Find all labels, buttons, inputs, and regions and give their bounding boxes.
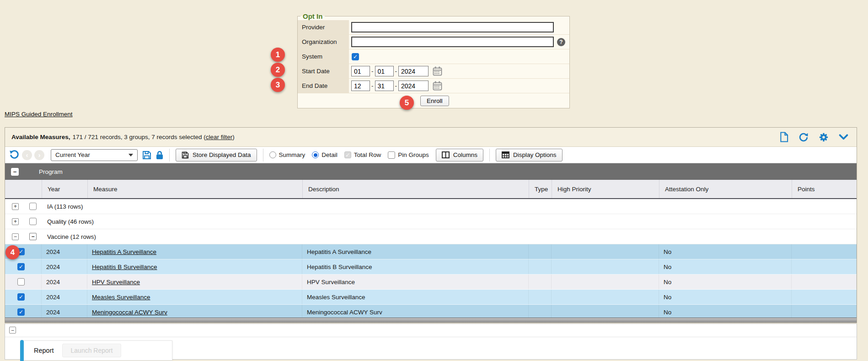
measure-link[interactable]: Hepatitis A Surveillance bbox=[92, 248, 156, 255]
gear-icon[interactable] bbox=[819, 132, 829, 142]
row-checkbox[interactable]: ✓ bbox=[17, 308, 25, 316]
column-header-high-priority[interactable]: High Priority bbox=[552, 180, 659, 198]
column-header-measure[interactable]: Measure bbox=[87, 180, 302, 198]
column-header-controls bbox=[5, 180, 42, 198]
provider-row: Provider bbox=[298, 20, 569, 35]
expand-icon[interactable]: + bbox=[12, 218, 19, 225]
column-header-year[interactable]: Year bbox=[42, 180, 87, 198]
measure-link[interactable]: Measles Surveillance bbox=[92, 294, 150, 301]
table-row[interactable]: ✓ 2024 Meningococcal ACWY Surv Meningoco… bbox=[5, 305, 857, 318]
mips-guided-enrollment-link[interactable]: MIPS Guided Enrollment bbox=[5, 111, 73, 118]
points-cell bbox=[792, 244, 857, 259]
start-day-input[interactable] bbox=[375, 66, 394, 76]
description-cell: Measles Surveillance bbox=[302, 290, 529, 304]
next-page-icon[interactable]: › bbox=[34, 150, 44, 160]
detail-radio[interactable] bbox=[312, 151, 319, 158]
collapse-icon[interactable]: − bbox=[9, 327, 16, 334]
type-cell bbox=[529, 259, 552, 274]
row-checkbox[interactable]: ✓ bbox=[17, 263, 25, 270]
group-checkbox[interactable] bbox=[29, 218, 37, 225]
organization-label: Organization bbox=[298, 35, 349, 49]
chevron-down-icon[interactable] bbox=[839, 134, 848, 140]
column-header-points[interactable]: Points bbox=[792, 180, 857, 198]
provider-input[interactable] bbox=[351, 22, 554, 32]
table-row[interactable]: ✓ 2024 Hepatitis B Surveillance Hepatiti… bbox=[5, 259, 857, 275]
collapse-icon[interactable]: − bbox=[12, 233, 19, 240]
start-year-input[interactable] bbox=[398, 66, 429, 76]
column-header-type[interactable]: Type bbox=[529, 180, 552, 198]
expand-icon[interactable]: + bbox=[12, 203, 19, 210]
display-options-button[interactable]: Display Options bbox=[496, 149, 563, 162]
year-cell: 2024 bbox=[42, 244, 87, 259]
table-row[interactable]: ✓ 2024 Measles Surveillance Measles Surv… bbox=[5, 290, 857, 305]
row-checkbox[interactable] bbox=[17, 278, 25, 286]
end-day-input[interactable] bbox=[375, 81, 394, 91]
start-date-row: Start Date - - bbox=[298, 64, 569, 79]
page: Opt In Provider Organization ? System ✓ … bbox=[0, 0, 868, 361]
measure-link[interactable]: Meningococcal ACWY Surv bbox=[92, 309, 167, 316]
step-badge-4: 4 bbox=[5, 245, 20, 259]
summary-radio[interactable] bbox=[269, 151, 276, 158]
description-cell: HPV Surveillance bbox=[302, 275, 529, 289]
group-row-quality[interactable]: + Quality (46 rows) bbox=[5, 214, 857, 229]
year-cell: 2024 bbox=[42, 275, 87, 289]
end-date-row: End Date - - bbox=[298, 79, 569, 93]
measure-link[interactable]: Hepatitis B Surveillance bbox=[92, 264, 157, 270]
group-row-vaccine[interactable]: − − Vaccine (12 rows) bbox=[5, 229, 857, 244]
reset-undo-icon[interactable] bbox=[9, 150, 20, 160]
system-checkbox[interactable]: ✓ bbox=[352, 53, 359, 60]
calendar-icon[interactable] bbox=[433, 81, 442, 91]
type-cell bbox=[529, 290, 552, 304]
start-date-label: Start Date bbox=[298, 64, 349, 78]
step-badge-5: 5 bbox=[400, 96, 414, 110]
toolbar-separator bbox=[489, 149, 490, 162]
columns-button[interactable]: Columns bbox=[436, 149, 483, 162]
column-header-attestation-only[interactable]: Attestation Only bbox=[659, 180, 792, 198]
report-tab-label[interactable]: Report bbox=[34, 347, 54, 354]
column-header-row: Year Measure Description Type High Prior… bbox=[5, 180, 857, 199]
enroll-button[interactable]: Enroll bbox=[420, 96, 449, 106]
total-row-checkbox[interactable]: ✓ bbox=[344, 151, 351, 158]
help-icon[interactable]: ? bbox=[557, 38, 565, 46]
calendar-icon[interactable] bbox=[433, 66, 442, 76]
table-row[interactable]: ✓ 2024 Hepatitis A Surveillance Hepatiti… bbox=[5, 244, 857, 259]
organization-input[interactable] bbox=[351, 37, 554, 47]
year-filter-value: Current Year bbox=[55, 151, 90, 158]
group-checkbox-indeterminate[interactable]: − bbox=[29, 233, 37, 240]
description-cell: Hepatitis A Surveillance bbox=[302, 244, 529, 259]
prev-page-icon[interactable]: ‹ bbox=[22, 150, 32, 160]
end-month-input[interactable] bbox=[351, 81, 370, 91]
points-cell bbox=[792, 305, 857, 318]
group-label: Quality (46 rows) bbox=[47, 218, 94, 225]
type-cell bbox=[529, 275, 552, 289]
save-view-icon[interactable] bbox=[142, 151, 151, 160]
clear-filter-link[interactable]: clear filter bbox=[206, 134, 233, 140]
attestation-only-cell: No bbox=[659, 290, 792, 304]
measure-link[interactable]: HPV Surveillance bbox=[92, 279, 140, 286]
group-row-ia[interactable]: + IA (113 rows) bbox=[5, 199, 857, 214]
lock-icon[interactable] bbox=[156, 151, 163, 160]
collapse-program-icon[interactable]: − bbox=[11, 168, 19, 176]
export-file-icon[interactable] bbox=[780, 132, 788, 142]
high-priority-cell bbox=[552, 305, 659, 318]
row-checkbox[interactable]: ✓ bbox=[17, 293, 25, 301]
refresh-icon[interactable] bbox=[798, 132, 809, 142]
table-row[interactable]: 2024 HPV Surveillance HPV Surveillance N… bbox=[5, 275, 857, 290]
year-filter-select[interactable]: Current Year bbox=[51, 149, 138, 161]
horizontal-scrollbar[interactable] bbox=[5, 318, 857, 323]
enroll-row: Enroll bbox=[298, 93, 569, 108]
group-checkbox[interactable] bbox=[29, 203, 37, 210]
divider bbox=[5, 337, 857, 337]
pin-groups-checkbox[interactable] bbox=[388, 151, 395, 159]
column-header-description[interactable]: Description bbox=[302, 180, 529, 198]
organization-row: Organization ? bbox=[298, 35, 569, 49]
start-month-input[interactable] bbox=[351, 66, 370, 76]
records-summary: 171 / 721 records, 3 groups, 7 records s… bbox=[73, 134, 206, 140]
group-label: Vaccine (12 rows) bbox=[47, 233, 96, 240]
group-label: IA (113 rows) bbox=[47, 203, 83, 210]
store-displayed-data-button[interactable]: Store Displayed Data bbox=[176, 149, 257, 162]
date-separator: - bbox=[395, 68, 397, 75]
end-year-input[interactable] bbox=[398, 81, 429, 91]
date-separator: - bbox=[395, 82, 397, 89]
launch-report-button[interactable]: Launch Report bbox=[62, 344, 122, 357]
